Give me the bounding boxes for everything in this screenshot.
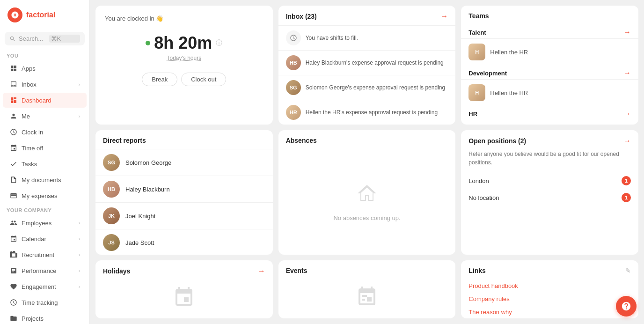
sidebar-item-inbox[interactable]: Inbox ›: [3, 77, 87, 92]
talent-hellen-item[interactable]: H Hellen the HR: [461, 38, 638, 65]
events-empty-icon: [356, 286, 378, 312]
jade-report-avatar: JS: [103, 234, 120, 251]
tasks-icon: [9, 160, 18, 168]
talent-arrow[interactable]: →: [623, 28, 631, 37]
links-header: Links ✎: [461, 260, 638, 279]
support-button[interactable]: [616, 296, 637, 317]
sidebar-item-projects[interactable]: Projects: [3, 311, 87, 324]
sidebar-item-recruitment[interactable]: Recruitment ›: [3, 247, 87, 262]
positions-header: Open positions (2) →: [461, 130, 638, 150]
sidebar-item-my-documents[interactable]: My documents: [3, 172, 87, 187]
calendar-label: Calendar: [22, 236, 75, 243]
development-arrow[interactable]: →: [623, 69, 631, 77]
main-content: You are clocked in 👋 8h 20m ⓘ Today's ho…: [90, 0, 644, 324]
teams-title: Teams: [468, 12, 489, 20]
chevron-icon: ›: [79, 82, 80, 87]
product-handbook-link[interactable]: Product handbook: [468, 282, 518, 289]
clock-icon: [9, 128, 18, 136]
london-name: London: [468, 177, 489, 184]
edit-icon[interactable]: ✎: [625, 267, 631, 274]
direct-reports-card: Direct reports SG Solomon George HB Hale…: [95, 130, 273, 255]
hr-label: HR: [468, 110, 477, 118]
inbox-item-hellen[interactable]: HR Hellen the HR's expense approval requ…: [278, 100, 456, 125]
inbox-arrow[interactable]: →: [440, 12, 448, 21]
sidebar-item-me[interactable]: Me ›: [3, 109, 87, 124]
recruitment-label: Recruitment: [22, 251, 75, 258]
position-london: London 1: [461, 172, 638, 189]
report-jade[interactable]: JS Jade Scott: [95, 229, 273, 255]
inbox-item-haley[interactable]: HB Haley Blackburn's expense approval re…: [278, 50, 456, 75]
inbox-item-shift[interactable]: You have shifts to fill.: [278, 25, 456, 50]
search-icon: [9, 36, 16, 42]
jade-report-name: Jade Scott: [125, 239, 154, 246]
sidebar-item-apps[interactable]: Apps: [3, 61, 87, 76]
clockout-button[interactable]: Clock out: [181, 73, 226, 86]
inbox-hellen-text: Hellen the HR's expense approval request…: [306, 109, 438, 117]
sidebar-item-engagement[interactable]: Engagement ›: [3, 279, 87, 294]
absences-empty-text: No absences coming up.: [333, 214, 400, 221]
solomon-report-avatar: SG: [103, 154, 120, 171]
no-location-name: No location: [468, 194, 499, 201]
report-solomon[interactable]: SG Solomon George: [95, 149, 273, 176]
time-tracking-label: Time tracking: [22, 299, 80, 306]
holidays-body: [95, 280, 273, 318]
teams-card: Teams Talent → H Hellen the HR Developme…: [461, 6, 638, 125]
search-box[interactable]: Search... ⌘K: [5, 32, 85, 45]
sidebar-item-tasks[interactable]: Tasks: [3, 156, 87, 171]
solomon-report-name: Solomon George: [125, 159, 171, 166]
reason-why-link[interactable]: The reason why: [468, 309, 512, 316]
info-icon[interactable]: ⓘ: [216, 39, 222, 47]
development-hellen-avatar: H: [468, 84, 485, 101]
haley-avatar: HB: [286, 55, 301, 70]
performance-label: Performance: [22, 267, 75, 274]
search-shortcut: ⌘K: [49, 35, 80, 43]
sidebar-item-time-off[interactable]: Time off: [3, 140, 87, 155]
inbox-item-solomon[interactable]: SG Solomon George's expense approval req…: [278, 75, 456, 100]
chevron-icon: ›: [79, 268, 80, 273]
joel-report-name: Joel Knight: [125, 213, 155, 220]
links-title: Links: [468, 267, 486, 274]
link-item-reason[interactable]: The reason why: [461, 305, 638, 318]
link-item-handbook[interactable]: Product handbook: [461, 279, 638, 292]
break-button[interactable]: Break: [142, 73, 177, 86]
positions-arrow[interactable]: →: [623, 137, 631, 145]
report-joel[interactable]: JK Joel Knight: [95, 202, 273, 229]
events-header: Events: [278, 260, 456, 279]
calendar-icon: [9, 235, 18, 243]
development-section: Development →: [461, 65, 638, 79]
sidebar-item-dashboard[interactable]: Dashboard: [3, 93, 87, 108]
sidebar-item-time-tracking[interactable]: Time tracking: [3, 295, 87, 310]
development-hellen-name: Hellen the HR: [490, 89, 631, 96]
positions-title: Open positions (2): [468, 137, 526, 145]
haley-report-avatar: HB: [103, 181, 120, 198]
grid-icon: [9, 64, 18, 73]
holidays-arrow[interactable]: →: [258, 267, 265, 275]
inbox-header: Inbox (23) →: [278, 6, 456, 25]
chevron-icon: ›: [79, 252, 80, 258]
my-documents-label: My documents: [22, 177, 80, 184]
building-icon: [356, 182, 378, 209]
no-location-count: 1: [622, 193, 631, 202]
time-off-label: Time off: [22, 145, 80, 152]
dashboard-label: Dashboard: [22, 97, 80, 104]
links-card: Links ✎ Product handbook Company rules T…: [461, 260, 638, 318]
sidebar-item-calendar[interactable]: Calendar ›: [3, 231, 87, 246]
sidebar-item-my-expenses[interactable]: My expenses: [3, 188, 87, 203]
report-haley[interactable]: HB Haley Blackburn: [95, 176, 273, 202]
sidebar-item-performance[interactable]: Performance ›: [3, 263, 87, 278]
projects-label: Projects: [22, 315, 80, 322]
time-tracking-icon: [9, 298, 18, 307]
clock-widget-card: You are clocked in 👋 8h 20m ⓘ Today's ho…: [95, 6, 273, 125]
link-item-rules[interactable]: Company rules: [461, 292, 638, 305]
development-hellen-item[interactable]: H Hellen the HR: [461, 79, 638, 106]
sidebar-item-employees[interactable]: Employees ›: [3, 215, 87, 230]
sidebar-item-clock-in[interactable]: Clock in: [3, 125, 87, 140]
joel-report-avatar: JK: [103, 207, 120, 224]
hr-arrow[interactable]: →: [623, 110, 631, 118]
open-positions-card: Open positions (2) → Refer anyone you be…: [461, 130, 638, 255]
company-rules-link[interactable]: Company rules: [468, 295, 509, 302]
section-you-label: YOU: [0, 49, 89, 60]
inbox-shift-text: You have shifts to fill.: [306, 34, 358, 42]
time-off-icon: [9, 144, 18, 152]
solomon-avatar: SG: [286, 80, 301, 95]
